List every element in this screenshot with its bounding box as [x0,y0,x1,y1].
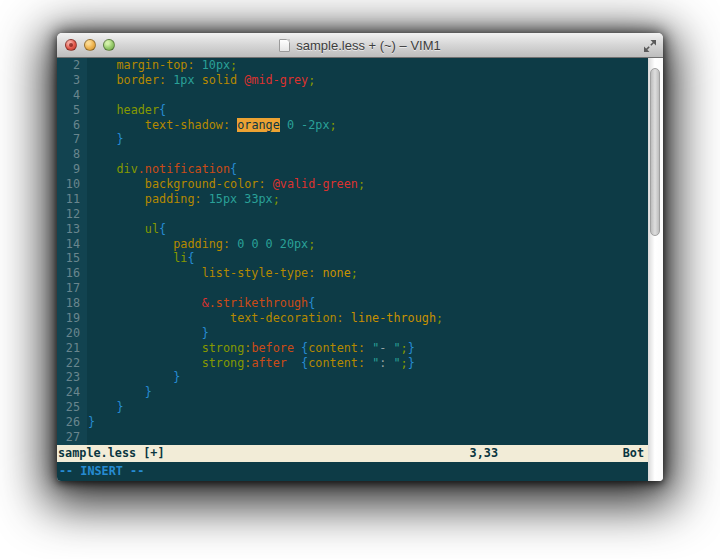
window-body: 2 margin-top: 10px;3 border: 1px solid @… [57,58,663,481]
code-token [344,311,351,325]
code-text [87,88,648,103]
line-number: 26 [57,415,87,430]
code-token: ; [330,118,337,132]
code-text [87,147,648,162]
code-token: div [116,162,137,176]
code-token: - [379,341,393,355]
code-line: 8 [57,147,648,162]
code-token: 0 0 0 20px [237,237,308,251]
code-token [88,118,145,132]
line-number: 24 [57,385,87,400]
code-token [88,341,202,355]
code-token: border: [116,73,166,87]
code-token: li [173,251,187,265]
line-number: 2 [57,58,87,73]
status-filename: sample.less [+] [58,445,165,462]
zoom-icon[interactable] [103,39,115,51]
code-token [88,192,145,206]
code-token: } [173,370,180,384]
code-token: ; [401,356,408,370]
code-text: li{ [87,251,648,266]
code-text: padding: 0 0 0 20px; [87,237,648,252]
code-line: 7 } [57,132,648,147]
code-text: } [87,370,648,385]
code-token [202,192,209,206]
line-number: 8 [57,147,87,162]
code-token: strong [202,356,245,370]
code-text: padding: 15px 33px; [87,192,648,207]
code-token: strong [202,341,245,355]
document-icon [279,39,290,52]
line-number: 21 [57,341,87,356]
window-title-group: sample.less + (~) – VIM1 [279,38,441,53]
traffic-lights [65,33,115,57]
line-number: 12 [57,207,87,222]
code-token [88,132,116,146]
code-line: 27 [57,430,648,445]
code-area[interactable]: 2 margin-top: 10px;3 border: 1px solid @… [57,58,648,445]
code-token: none [322,266,350,280]
code-token: 10px [202,58,230,72]
code-token [88,103,116,117]
line-number: 20 [57,326,87,341]
code-text [87,207,648,222]
code-token: ; [230,58,237,72]
code-text: } [87,132,648,147]
code-line: 12 [57,207,648,222]
code-token: padding: [173,237,230,251]
line-number: 17 [57,281,87,296]
code-text: text-decoration: line-through; [87,311,648,326]
code-token: { [159,222,166,236]
scrollbar[interactable] [648,58,663,481]
code-token [88,251,173,265]
code-text: header{ [87,103,648,118]
code-token [88,400,116,414]
code-text: background-color: @valid-green; [87,177,648,192]
vim-mode-line: -- INSERT -- [57,462,648,481]
code-line: 15 li{ [57,251,648,266]
line-number: 9 [57,162,87,177]
scrollbar-thumb[interactable] [650,68,660,236]
status-cursor-position: 3,33 [470,445,498,462]
line-number: 22 [57,356,87,371]
code-line: 18 &.strikethrough{ [57,296,648,311]
code-token [88,58,116,72]
minimize-icon[interactable] [84,39,96,51]
window-title: sample.less + (~) – VIM1 [296,38,441,53]
code-token: margin-top: [116,58,194,72]
code-token: ; [351,266,358,280]
code-line: 25 } [57,400,648,415]
code-line: 10 background-color: @valid-green; [57,177,648,192]
code-token [88,326,202,340]
editor-column: 2 margin-top: 10px;3 border: 1px solid @… [57,58,648,481]
line-number: 11 [57,192,87,207]
code-token: } [88,415,95,429]
code-line: 22 strong:after {content: ": ";} [57,356,648,371]
line-number: 13 [57,222,87,237]
code-line: 20 } [57,326,648,341]
line-number: 16 [57,266,87,281]
code-line: 2 margin-top: 10px; [57,58,648,73]
vim-window: sample.less + (~) – VIM1 2 margin-top: 1… [57,33,663,481]
code-token: ; [273,192,280,206]
code-token: padding: [145,192,202,206]
fullscreen-expand-icon[interactable] [643,39,656,52]
code-token [88,385,145,399]
code-token: ; [436,311,443,325]
line-number: 14 [57,237,87,252]
line-number: 23 [57,370,87,385]
code-token [88,237,173,251]
code-text: } [87,400,648,415]
line-number: 27 [57,430,87,445]
code-token: } [408,356,415,370]
title-bar[interactable]: sample.less + (~) – VIM1 [57,33,663,58]
code-token: content: [308,356,365,370]
close-icon[interactable] [65,39,77,51]
line-number: 25 [57,400,87,415]
code-line: 13 ul{ [57,222,648,237]
code-token [88,162,116,176]
code-token [287,356,301,370]
code-line: 19 text-decoration: line-through; [57,311,648,326]
code-token [88,73,116,87]
code-token [88,356,202,370]
